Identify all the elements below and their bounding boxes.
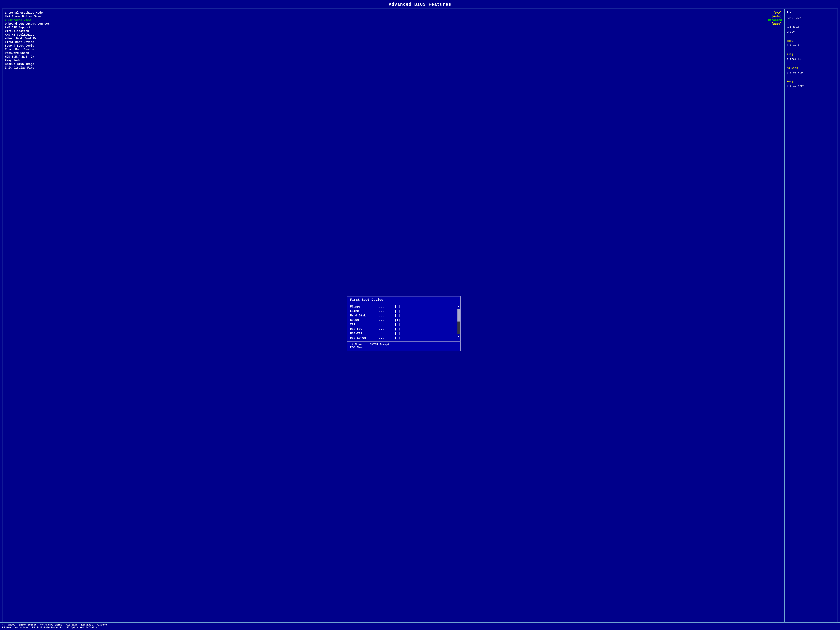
list-item[interactable]: Third Boot Device [5,47,782,51]
item-value: [Auto] [771,15,782,18]
item-label: First Boot Device [5,41,34,44]
bottom-bar-row2: F5:Previous Values F6:Fail-Safe Defaults… [2,626,838,629]
right-panel: Ite Menu Level ect Boot ority oppy] t fr… [785,9,838,622]
item-label: UMA Frame Buffer Size [5,15,41,18]
bottom-bar-row1: ↑↓→←:Move Enter:Select +/-/PU/PD:Value F… [2,624,838,626]
right-panel-content: Menu Level ect Boot ority oppy] t from f… [787,16,835,89]
item-label: Hard Disk Boot Pr [7,37,36,40]
item-label: Third Boot Device [5,48,34,51]
list-item[interactable]: AMD C1E Support [5,26,782,29]
page-title: Advanced BIOS Features [0,0,840,9]
right-panel-title: Ite [787,11,835,14]
list-item[interactable]: Password Check [5,51,782,55]
item-label: x Surround View [5,19,31,22]
item-label: HDD S.M.A.R.T. Ca [5,55,34,58]
list-item[interactable]: Second Boot Devic [5,44,782,47]
left-panel: Internal Graphics Mode [UMA] UMA Frame B… [2,9,785,622]
arrow-icon: ► [5,37,6,40]
item-label: Internal Graphics Mode [5,11,43,14]
bottom-bar: ↑↓→←:Move Enter:Select +/-/PU/PD:Value F… [0,622,840,630]
header-title: Advanced BIOS Features [388,2,451,7]
item-label: AMD C1E Support [5,26,31,29]
list-item[interactable]: Away Mode [5,58,782,62]
item-label: Away Mode [5,59,21,62]
item-value: Disabled [768,19,782,22]
item-label: Onboard VGA output connect [5,22,50,25]
list-item[interactable]: First Boot Device [5,40,782,44]
list-item[interactable]: Backup BIOS Image [5,62,782,66]
list-item-surround[interactable]: x Surround View Disabled [5,18,782,22]
item-label: Virtualization [5,30,29,33]
item-label: Backup BIOS Image [5,63,34,66]
list-item[interactable]: AMD K8 Cool&Quiet [5,33,782,36]
list-item[interactable]: Onboard VGA output connect [Auto] [5,22,782,26]
item-label: AMD K8 Cool&Quiet [5,33,34,36]
list-item[interactable]: UMA Frame Buffer Size [Auto] [5,15,782,18]
item-label: Init Display Firs [5,66,34,69]
item-label: Password Check [5,52,29,55]
list-item[interactable]: HDD S.M.A.R.T. Ca [5,55,782,58]
item-value: [Auto] [771,22,782,25]
item-value: [UMA] [773,11,782,14]
list-item-arrow[interactable]: ► Hard Disk Boot Pr [5,36,782,40]
list-item[interactable]: Init Display Firs [5,66,782,69]
item-label: Second Boot Devic [5,44,34,47]
list-item[interactable]: Virtualization [5,29,782,33]
list-item[interactable]: Internal Graphics Mode [UMA] [5,11,782,15]
